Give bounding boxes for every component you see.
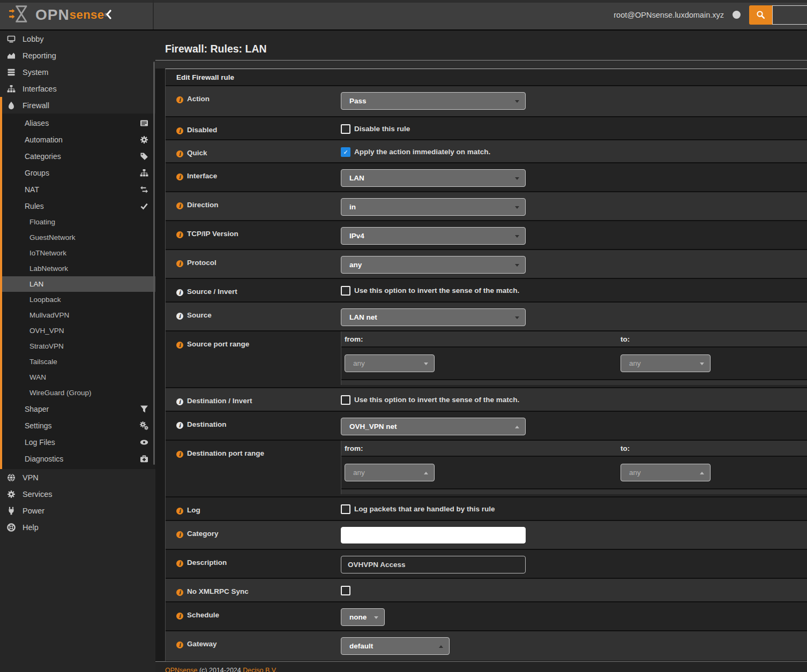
info-icon[interactable]: i	[176, 260, 183, 267]
info-icon[interactable]: i	[176, 422, 183, 429]
logged-in-user[interactable]: root@OPNsense.luxdomain.xyz	[614, 11, 724, 19]
sidebar-item-services[interactable]: Services	[0, 486, 155, 502]
opnsense-app: OPNsense® root@OPNsense.luxdomain.xyz Lo…	[0, 0, 807, 672]
sidebar-item-settings[interactable]: Settings	[2, 417, 155, 434]
source-invert-checkbox-label[interactable]: Use this option to invert the sense of t…	[341, 286, 519, 296]
sidebar-rule-wireguard-group[interactable]: WireGuard (Group)	[2, 385, 155, 401]
source-port-range-from-select[interactable]: any	[345, 354, 435, 372]
sidebar-item-rules[interactable]: Rules	[2, 198, 155, 214]
no-xmlrpc-sync-checkbox-label[interactable]	[341, 586, 350, 595]
quick-checkbox-text: Apply the action immediately on match.	[354, 148, 490, 156]
info-icon[interactable]: i	[176, 531, 183, 538]
sidebar-scrollbar[interactable]	[153, 62, 155, 465]
info-icon[interactable]: i	[176, 641, 183, 648]
field-label-no-xmlrpc-sync: No XMLRPC Sync	[187, 587, 249, 595]
sidebar-rule-ovh-vpn[interactable]: OVH_VPN	[2, 323, 155, 338]
sidebar-rule-iotnetwork[interactable]: IoTNetwork	[2, 245, 155, 261]
sidebar-item-vpn[interactable]: VPN	[0, 469, 155, 486]
destination-port-range-from-select[interactable]: any	[345, 464, 435, 481]
footer-opnsense-link[interactable]: OPNsense	[165, 667, 197, 672]
source-invert-checkbox[interactable]	[341, 286, 350, 296]
sidebar-item-automation[interactable]: Automation	[2, 131, 155, 148]
desktop-icon	[7, 35, 17, 43]
sidebar-item-groups[interactable]: Groups	[2, 164, 155, 181]
sidebar-item-diagnostics[interactable]: Diagnostics	[2, 450, 155, 467]
destination-port-range-strip	[341, 489, 807, 494]
search-input[interactable]	[772, 5, 807, 25]
info-icon[interactable]: i	[176, 451, 183, 458]
sidebar-rule-wan[interactable]: WAN	[2, 369, 155, 385]
notification-dot[interactable]	[733, 11, 741, 19]
info-icon[interactable]: i	[176, 173, 183, 180]
source-select[interactable]: LAN net	[341, 308, 526, 326]
info-icon[interactable]: i	[176, 560, 183, 567]
schedule-select[interactable]: none	[341, 608, 385, 626]
sidebar-rule-loopback[interactable]: Loopback	[2, 292, 155, 307]
log-checkbox[interactable]	[341, 504, 350, 514]
no-xmlrpc-sync-checkbox[interactable]	[341, 586, 350, 595]
sidebar-item-aliases[interactable]: Aliases	[2, 115, 155, 131]
sidebar-rule-tailscale[interactable]: Tailscale	[2, 354, 155, 369]
destination-port-range-from-label: from:	[345, 444, 363, 452]
sidebar-collapse-icon[interactable]	[105, 9, 111, 22]
sidebar-item-power[interactable]: Power	[0, 502, 155, 519]
sidebar-rule-stratovpn[interactable]: StratoVPN	[2, 338, 155, 354]
info-icon[interactable]: i	[176, 398, 183, 405]
tcp-ip-version-select[interactable]: IPv4	[341, 227, 526, 245]
info-icon[interactable]: i	[176, 150, 183, 157]
source-port-range-to-select[interactable]: any	[621, 354, 711, 372]
info-icon[interactable]: i	[176, 289, 183, 296]
sidebar-rule-mullvadvpn[interactable]: MullvadVPN	[2, 307, 155, 323]
info-icon[interactable]: i	[176, 231, 183, 238]
info-icon[interactable]: i	[176, 202, 183, 209]
search-button[interactable]	[749, 5, 772, 25]
firewall-section: FirewallAliasesAutomationCategoriesGroup…	[0, 97, 155, 469]
destination-port-range-to-select[interactable]: any	[621, 464, 711, 481]
sidebar-item-interfaces[interactable]: Interfaces	[0, 80, 155, 97]
sidebar-item-system[interactable]: System	[0, 64, 155, 80]
edit-rule-panel: Edit Firewall rule iActionPassiDisabledD…	[165, 69, 807, 662]
sidebar-rule-floating[interactable]: Floating	[2, 214, 155, 230]
action-select[interactable]: Pass	[341, 92, 526, 110]
chevron-up-icon	[439, 645, 443, 648]
label-cell-destination-port-range: iDestination port range	[166, 441, 341, 496]
sidebar-item-firewall[interactable]: Firewall	[2, 97, 155, 114]
sidebar-item-help[interactable]: Help	[0, 519, 155, 535]
logo[interactable]: OPNsense®	[0, 0, 154, 29]
category-input[interactable]	[341, 527, 526, 543]
interface-select[interactable]: LAN	[341, 169, 526, 187]
sidebar-rule-guestnetwork[interactable]: GuestNetwork	[2, 230, 155, 245]
footer-deciso-link[interactable]: Deciso B.V.	[243, 667, 277, 672]
protocol-select[interactable]: any	[341, 256, 526, 274]
info-icon[interactable]: i	[176, 96, 183, 103]
sidebar-item-categories[interactable]: Categories	[2, 148, 155, 164]
sidebar-rule-labnetwork[interactable]: LabNetwork	[2, 261, 155, 276]
info-icon[interactable]: i	[176, 342, 183, 349]
info-icon[interactable]: i	[176, 589, 183, 596]
chevron-down-icon	[515, 100, 519, 103]
disabled-checkbox[interactable]	[341, 124, 350, 134]
sidebar-item-lobby[interactable]: Lobby	[0, 31, 155, 47]
sidebar-item-reporting[interactable]: Reporting	[0, 47, 155, 64]
info-icon[interactable]: i	[176, 127, 183, 134]
sidebar-item-shaper[interactable]: Shaper	[2, 401, 155, 417]
sidebar-rule-lan[interactable]: LAN	[2, 276, 155, 292]
quick-checkbox[interactable]: ✓	[341, 147, 350, 157]
row-disabled: iDisabledDisable this rule	[166, 117, 807, 140]
gateway-select[interactable]: default	[341, 637, 450, 655]
sidebar-item-nat[interactable]: NAT	[2, 181, 155, 198]
row-quick: iQuick✓Apply the action immediately on m…	[166, 140, 807, 163]
log-checkbox-label[interactable]: Log packets that are handled by this rul…	[341, 504, 495, 514]
info-icon[interactable]: i	[176, 613, 183, 620]
sidebar-item-log-files[interactable]: Log Files	[2, 434, 155, 450]
info-icon[interactable]: i	[176, 508, 183, 515]
description-input[interactable]	[341, 556, 526, 573]
destination-invert-checkbox[interactable]	[341, 395, 350, 405]
chevron-down-icon	[515, 235, 519, 238]
direction-select[interactable]: in	[341, 198, 526, 216]
destination-invert-checkbox-label[interactable]: Use this option to invert the sense of t…	[341, 395, 519, 405]
destination-select[interactable]: OVH_VPN net	[341, 418, 526, 435]
disabled-checkbox-label[interactable]: Disable this rule	[341, 124, 410, 134]
quick-checkbox-label[interactable]: ✓Apply the action immediately on match.	[341, 147, 490, 157]
info-icon[interactable]: i	[176, 313, 183, 320]
